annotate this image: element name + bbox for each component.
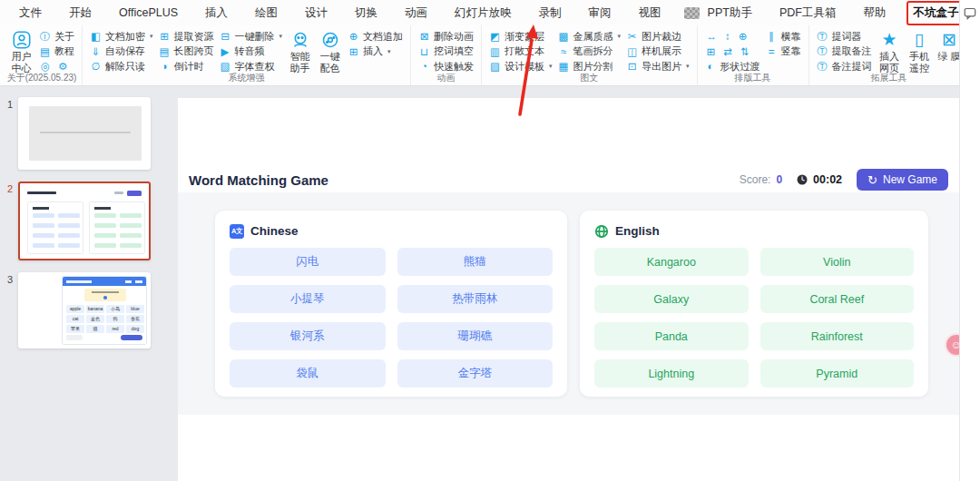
menu-tab-5[interactable]: 设计 <box>291 3 341 24</box>
chinese-word-card[interactable]: 金字塔 <box>397 359 554 388</box>
english-word-card[interactable]: Rainforest <box>760 322 915 350</box>
menu-tab-11[interactable]: 视图 <box>625 3 675 24</box>
chinese-panel-title: Chinese <box>250 224 299 238</box>
slide-thumbnail-1[interactable]: 1 <box>0 97 165 170</box>
english-word-card[interactable]: Kangaroo <box>594 248 749 276</box>
ribbon-group-label: 排版工具 <box>698 72 808 84</box>
menu-tab-label: 动画 <box>400 3 432 24</box>
chevron-down-icon: ▾ <box>279 33 283 40</box>
long-image-button[interactable]: ▤长图跨页 <box>159 44 214 60</box>
image-crop-button-icon: ✂ <box>626 30 638 43</box>
to-audio-button-icon: ▶ <box>220 45 231 58</box>
user-center-button[interactable]: 用户中心 <box>9 29 34 74</box>
teleprompter-button[interactable]: Ⓣ提词器 <box>817 29 872 44</box>
menu-tab-label: 幻灯片放映 <box>450 3 516 24</box>
menu-tab-9[interactable]: 录制 <box>525 3 575 24</box>
extract-resources-button[interactable]: ⊞提取资源 <box>159 29 214 44</box>
tutorial-button[interactable]: ▤教程 <box>39 44 74 60</box>
globe-icon <box>594 224 609 239</box>
menu-tab-12[interactable]: PPT助手 <box>675 3 766 24</box>
long-image-button-icon: ▤ <box>159 45 171 58</box>
english-word-card[interactable]: Pyramid <box>760 359 915 388</box>
horizontal-dock-button-icon: ∥ <box>766 30 778 43</box>
vertical-dock-button[interactable]: =竖靠 <box>766 44 801 60</box>
menu-tab-2[interactable]: OfficePLUS <box>105 4 191 22</box>
scatter-text-button[interactable]: ▥打散文本 <box>489 44 553 60</box>
ribbon-icon-row: ⊞⇄⇅ <box>705 44 760 60</box>
flip-vertical-icon[interactable]: ⇅ <box>740 45 750 58</box>
delete-animation-button[interactable]: ⊠删除动画 <box>418 29 474 44</box>
doc-encrypt-button[interactable]: ◧文档加密▾ <box>90 29 153 44</box>
chinese-word-card[interactable]: 小提琴 <box>230 285 386 313</box>
menu-tab-14[interactable]: 帮助 <box>849 3 899 24</box>
ribbon-item-label: 竖靠 <box>781 44 801 58</box>
insert-button[interactable]: ⊞插入▾ <box>348 44 403 60</box>
chinese-word-card[interactable]: 袋鼠 <box>230 359 386 388</box>
horizontal-dock-button[interactable]: ∥横靠 <box>766 29 801 44</box>
menu-tab-10[interactable]: 审阅 <box>575 3 625 24</box>
game-board: A文Chinese闪电熊猫小提琴热带雨林银河系珊瑚礁袋鼠金字塔EnglishKa… <box>178 192 959 415</box>
to-audio-button[interactable]: ▶转音频 <box>220 44 283 60</box>
chinese-word-card[interactable]: 热带雨林 <box>397 285 554 313</box>
slide-thumbnail-preview <box>18 182 151 260</box>
stroke-split-button[interactable]: ≈笔画拆分 <box>558 44 622 60</box>
insert-webpage-button[interactable]: ★插入 网页 <box>877 29 902 74</box>
mockup-display-button[interactable]: ◫样机展示 <box>626 44 690 60</box>
new-game-button[interactable]: ↻ New Game <box>857 169 948 191</box>
slide-thumbnail-2[interactable]: 2 <box>0 182 165 260</box>
countdown-button-icon: ◑ <box>159 61 171 72</box>
chinese-word-card[interactable]: 珊瑚礁 <box>397 322 554 350</box>
menu-tab-3[interactable]: 插入 <box>191 3 241 24</box>
comment-bubble-icon[interactable] <box>964 7 976 24</box>
auto-save-button-icon: ⇓ <box>90 45 102 58</box>
phone-remote-button[interactable]: ▯手机 遥控 <box>907 29 932 74</box>
menu-tab-13[interactable]: PDF工具箱 <box>766 3 850 24</box>
gradient-mask-button[interactable]: ◩渐变蒙层 <box>489 29 553 44</box>
menu-tab-1[interactable]: 开始 <box>55 3 105 24</box>
slide-thumbnail-3[interactable]: 3applebanana小鸟bluecat蓝色狗香蕉苹果猫reddog <box>0 272 165 348</box>
green-screen-button[interactable]: ⊠绿 膜 <box>937 29 959 63</box>
ribbon-group-label: 图文 <box>482 72 697 84</box>
h-distribute-icon[interactable]: ↔ <box>707 31 718 42</box>
flip-horizontal-icon[interactable]: ⇄ <box>723 45 732 58</box>
ai-assistant-button[interactable]: 智能助手 <box>288 29 312 74</box>
menu-tab-label: 开始 <box>64 3 96 24</box>
english-word-card[interactable]: Violin <box>760 248 915 276</box>
image-crop-button[interactable]: ✂图片裁边 <box>626 29 690 44</box>
doc-append-button-icon: ⊕ <box>348 30 359 43</box>
menu-tab-label: 插入 <box>201 3 232 24</box>
center-align-icon[interactable]: ⊕ <box>739 30 748 43</box>
v-distribute-icon[interactable]: ↕ <box>725 31 730 42</box>
one-key-delete-button[interactable]: ⊟一键删除▾ <box>220 29 283 44</box>
metal-texture-button[interactable]: ▩金属质感▾ <box>558 29 622 44</box>
ribbon-item-label: 图片裁边 <box>642 30 681 44</box>
one-key-color-button[interactable]: 一键配色 <box>318 29 342 74</box>
auto-save-button[interactable]: ⇓自动保存 <box>90 44 153 60</box>
menu-tab-4[interactable]: 绘图 <box>241 3 291 24</box>
about-button[interactable]: ⓘ关于 <box>39 29 74 44</box>
chinese-word-card[interactable]: 熊猫 <box>397 248 554 276</box>
chinese-card-grid: 闪电熊猫小提琴热带雨林银河系珊瑚礁袋鼠金字塔 <box>230 248 553 388</box>
chinese-word-card[interactable]: 闪电 <box>230 248 386 276</box>
english-word-card[interactable]: Coral Reef <box>760 285 915 313</box>
vertical-dock-button-icon: = <box>766 46 778 57</box>
english-word-card[interactable]: Galaxy <box>594 285 749 313</box>
menu-tab-7[interactable]: 动画 <box>391 3 441 24</box>
menu-tab-8[interactable]: 幻灯片放映 <box>441 3 525 24</box>
ribbon-group-0: 用户中心ⓘ关于▤教程◎⚙关于(2025.05.23) <box>2 25 83 85</box>
menu-tab-label: 绘图 <box>250 3 282 24</box>
english-word-card[interactable]: Lightning <box>594 359 749 388</box>
chinese-panel-header: A文Chinese <box>230 223 553 239</box>
fill-blank-button[interactable]: ⊔挖词填空 <box>418 44 474 60</box>
doc-append-button[interactable]: ⊕文档追加 <box>348 29 403 44</box>
chinese-word-card[interactable]: 银河系 <box>230 322 386 350</box>
ribbon-item-label: 关于 <box>54 30 74 44</box>
menu-tab-label: 不坑盒子 <box>908 3 963 24</box>
menu-tab-6[interactable]: 切换 <box>341 3 391 24</box>
ribbon-item-label: 插入 <box>363 44 383 58</box>
chevron-down-icon: ▾ <box>618 33 622 40</box>
english-word-card[interactable]: Panda <box>594 322 749 350</box>
extract-notes-button[interactable]: Ⓣ提取备注 <box>817 44 872 60</box>
compress-icon[interactable]: ⊞ <box>707 45 716 58</box>
menu-tab-0[interactable]: 文件 <box>5 3 55 24</box>
